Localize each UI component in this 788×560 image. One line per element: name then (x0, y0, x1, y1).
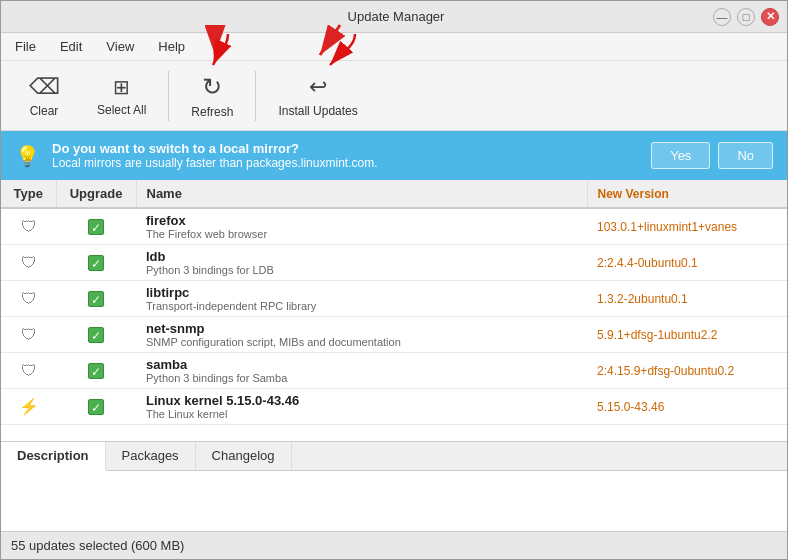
toolbar-separator-1 (168, 71, 169, 121)
shield-icon: 🛡 (21, 290, 37, 307)
banner-title: Do you want to switch to a local mirror? (52, 141, 639, 156)
table-row[interactable]: 🛡✓sambaPython 3 bindings for Samba2:4.15… (1, 353, 787, 389)
package-desc: Transport-independent RPC library (146, 300, 577, 312)
col-upgrade[interactable]: ✓ (56, 317, 136, 353)
menu-view[interactable]: View (100, 36, 140, 57)
select-all-button[interactable]: ⊞ Select All (83, 69, 160, 123)
menu-edit[interactable]: Edit (54, 36, 88, 57)
tab-content-description (1, 471, 787, 531)
banner-yes-button[interactable]: Yes (651, 142, 710, 169)
package-name: firefox (146, 213, 577, 228)
upgrade-checkbox[interactable]: ✓ (88, 363, 104, 379)
col-package-name: net-snmpSNMP configuration script, MIBs … (136, 317, 587, 353)
col-new-version: 1.3.2-2ubuntu0.1 (587, 281, 787, 317)
shield-icon: 🛡 (21, 326, 37, 343)
window-title: Update Manager (79, 9, 713, 24)
toolbar: ⌫ Clear ⊞ Select All ↻ Refresh ↩ Install… (1, 61, 787, 131)
package-desc: SNMP configuration script, MIBs and docu… (146, 336, 577, 348)
install-icon: ↩ (309, 74, 327, 100)
col-upgrade[interactable]: ✓ (56, 389, 136, 425)
col-header-name: Name (136, 180, 587, 208)
refresh-icon: ↻ (202, 73, 222, 101)
install-label: Install Updates (278, 104, 357, 118)
updates-table-container[interactable]: Type Upgrade Name New Version 🛡✓firefoxT… (1, 180, 787, 441)
package-name: ldb (146, 249, 577, 264)
table-header-row: Type Upgrade Name New Version (1, 180, 787, 208)
tab-bar: Description Packages Changelog (1, 442, 787, 471)
col-header-version: New Version (587, 180, 787, 208)
shield-icon: 🛡 (21, 254, 37, 271)
col-upgrade[interactable]: ✓ (56, 353, 136, 389)
upgrade-checkbox[interactable]: ✓ (88, 327, 104, 343)
table-body: 🛡✓firefoxThe Firefox web browser103.0.1+… (1, 208, 787, 425)
col-upgrade[interactable]: ✓ (56, 281, 136, 317)
clear-button[interactable]: ⌫ Clear (9, 68, 79, 124)
col-type: 🛡 (1, 208, 56, 245)
col-header-upgrade: Upgrade (56, 180, 136, 208)
upgrade-checkbox[interactable]: ✓ (88, 219, 104, 235)
menu-help[interactable]: Help (152, 36, 191, 57)
col-type: ⚡ (1, 389, 56, 425)
title-bar: Update Manager — □ ✕ (1, 1, 787, 33)
table-row[interactable]: 🛡✓ldbPython 3 bindings for LDB2:2.4.4-0u… (1, 245, 787, 281)
shield-icon: 🛡 (21, 218, 37, 235)
col-package-name: ldbPython 3 bindings for LDB (136, 245, 587, 281)
select-all-icon: ⊞ (113, 75, 130, 99)
col-new-version: 2:2.4.4-0ubuntu0.1 (587, 245, 787, 281)
toolbar-separator-2 (255, 71, 256, 121)
upgrade-checkbox[interactable]: ✓ (88, 399, 104, 415)
maximize-button[interactable]: □ (737, 8, 755, 26)
col-package-name: firefoxThe Firefox web browser (136, 208, 587, 245)
col-header-type: Type (1, 180, 56, 208)
package-name: Linux kernel 5.15.0-43.46 (146, 393, 577, 408)
upgrade-checkbox[interactable]: ✓ (88, 291, 104, 307)
col-type: 🛡 (1, 245, 56, 281)
shield-icon: 🛡 (21, 362, 37, 379)
package-desc: The Firefox web browser (146, 228, 577, 240)
bottom-panel: Description Packages Changelog (1, 441, 787, 531)
banner-no-button[interactable]: No (718, 142, 773, 169)
col-new-version: 5.15.0-43.46 (587, 389, 787, 425)
table-row[interactable]: 🛡✓net-snmpSNMP configuration script, MIB… (1, 317, 787, 353)
col-package-name: libtirpcTransport-independent RPC librar… (136, 281, 587, 317)
package-desc: Python 3 bindings for Samba (146, 372, 577, 384)
tab-packages[interactable]: Packages (106, 442, 196, 470)
upgrade-checkbox[interactable]: ✓ (88, 255, 104, 271)
menu-file[interactable]: File (9, 36, 42, 57)
banner-icon: 💡 (15, 144, 40, 168)
clear-icon: ⌫ (29, 74, 60, 100)
col-upgrade[interactable]: ✓ (56, 245, 136, 281)
package-name: samba (146, 357, 577, 372)
col-package-name: Linux kernel 5.15.0-43.46The Linux kerne… (136, 389, 587, 425)
bolt-icon: ⚡ (19, 398, 39, 415)
col-new-version: 103.0.1+linuxmint1+vanes (587, 208, 787, 245)
banner-text: Do you want to switch to a local mirror?… (52, 141, 639, 170)
col-new-version: 2:4.15.9+dfsg-0ubuntu0.2 (587, 353, 787, 389)
mirror-banner: 💡 Do you want to switch to a local mirro… (1, 131, 787, 180)
install-updates-button[interactable]: ↩ Install Updates (264, 68, 371, 124)
col-type: 🛡 (1, 317, 56, 353)
status-text: 55 updates selected (600 MB) (11, 538, 184, 553)
tab-changelog[interactable]: Changelog (196, 442, 292, 470)
package-desc: Python 3 bindings for LDB (146, 264, 577, 276)
col-package-name: sambaPython 3 bindings for Samba (136, 353, 587, 389)
updates-table: Type Upgrade Name New Version 🛡✓firefoxT… (1, 180, 787, 425)
window-controls: — □ ✕ (713, 8, 779, 26)
table-row[interactable]: ⚡✓Linux kernel 5.15.0-43.46The Linux ker… (1, 389, 787, 425)
col-type: 🛡 (1, 281, 56, 317)
select-all-label: Select All (97, 103, 146, 117)
tab-description[interactable]: Description (1, 442, 106, 471)
banner-buttons: Yes No (651, 142, 773, 169)
minimize-button[interactable]: — (713, 8, 731, 26)
package-name: net-snmp (146, 321, 577, 336)
table-row[interactable]: 🛡✓libtirpcTransport-independent RPC libr… (1, 281, 787, 317)
col-upgrade[interactable]: ✓ (56, 208, 136, 245)
refresh-button[interactable]: ↻ Refresh (177, 67, 247, 125)
package-desc: The Linux kernel (146, 408, 577, 420)
clear-label: Clear (30, 104, 59, 118)
banner-subtitle: Local mirrors are usually faster than pa… (52, 156, 639, 170)
refresh-label: Refresh (191, 105, 233, 119)
col-new-version: 5.9.1+dfsg-1ubuntu2.2 (587, 317, 787, 353)
table-row[interactable]: 🛡✓firefoxThe Firefox web browser103.0.1+… (1, 208, 787, 245)
close-button[interactable]: ✕ (761, 8, 779, 26)
